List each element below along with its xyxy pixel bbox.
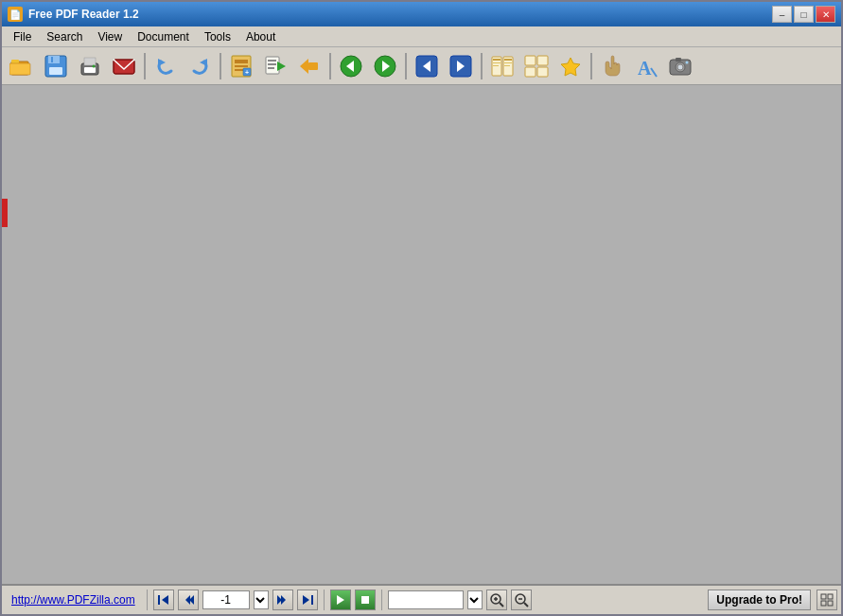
svg-rect-65 [361, 596, 369, 604]
svg-rect-4 [48, 56, 60, 63]
open-button[interactable] [6, 51, 38, 81]
separator-3 [329, 53, 331, 79]
zoom-out-button[interactable] [511, 590, 532, 610]
svg-point-53 [677, 64, 683, 70]
svg-rect-17 [235, 65, 248, 67]
redo-button[interactable] [184, 51, 216, 81]
separator-status-1 [147, 590, 148, 610]
svg-marker-64 [337, 595, 344, 605]
zoom-input[interactable] [388, 590, 464, 609]
title-bar-left: 📄 Free PDF Reader 1.2 [8, 7, 139, 22]
select-text-button[interactable]: A [630, 51, 662, 81]
menu-tools[interactable]: Tools [197, 28, 238, 45]
goto-button[interactable] [259, 51, 291, 81]
separator-status-3 [381, 590, 382, 610]
prev-pages-button[interactable] [178, 590, 199, 610]
menu-view[interactable]: View [90, 28, 130, 45]
svg-rect-39 [504, 59, 512, 61]
svg-rect-5 [49, 67, 62, 75]
separator-6 [590, 53, 592, 79]
menu-search[interactable]: Search [39, 28, 90, 45]
stop-button[interactable] [355, 590, 376, 610]
svg-rect-9 [84, 58, 96, 65]
separator-2 [220, 53, 221, 79]
nav-prev-button[interactable] [411, 51, 443, 81]
page-dropdown[interactable] [254, 590, 269, 609]
menu-document[interactable]: Document [130, 28, 197, 45]
website-link[interactable]: http://www.PDFZilla.com [6, 593, 141, 607]
svg-marker-22 [277, 62, 286, 71]
svg-rect-16 [235, 60, 248, 63]
svg-text:A: A [638, 58, 652, 79]
save-button[interactable] [40, 51, 72, 81]
svg-rect-18 [235, 69, 244, 71]
svg-marker-63 [303, 595, 309, 605]
print-button[interactable] [74, 51, 106, 81]
content-area [2, 85, 841, 584]
svg-rect-38 [493, 59, 501, 61]
svg-rect-24 [268, 63, 276, 65]
svg-point-55 [686, 61, 689, 63]
svg-rect-74 [828, 594, 833, 599]
bookmark-indicator [2, 199, 8, 227]
svg-rect-2 [9, 63, 30, 75]
zoom-dropdown[interactable] [467, 590, 483, 609]
upgrade-button[interactable]: Upgrade to Pro! [708, 590, 811, 610]
svg-marker-26 [300, 59, 308, 74]
status-bar: http://www.PDFZilla.com [2, 584, 841, 614]
page-input[interactable] [202, 590, 250, 609]
svg-rect-54 [676, 58, 681, 62]
separator-5 [481, 53, 483, 79]
svg-marker-48 [561, 58, 580, 76]
window-controls: – □ ✕ [772, 6, 835, 23]
maximize-button[interactable]: □ [794, 6, 814, 23]
menu-bar: File Search View Document Tools About [2, 26, 841, 47]
title-bar: 📄 Free PDF Reader 1.2 – □ ✕ [2, 2, 841, 26]
separator-4 [405, 53, 407, 79]
toolbar: + [2, 47, 841, 85]
svg-rect-76 [828, 601, 833, 606]
fit-page-button[interactable]: + [225, 51, 257, 81]
svg-line-72 [524, 603, 528, 607]
close-button[interactable]: ✕ [816, 6, 835, 23]
svg-rect-46 [525, 67, 536, 77]
svg-rect-43 [504, 65, 510, 66]
svg-marker-14 [200, 59, 207, 66]
app-icon: 📄 [8, 7, 23, 22]
svg-rect-8 [84, 67, 96, 73]
zoom-in-button[interactable] [486, 590, 507, 610]
svg-rect-45 [537, 56, 548, 65]
two-col-button[interactable] [486, 51, 518, 81]
svg-text:+: + [245, 69, 249, 76]
svg-rect-6 [51, 57, 53, 62]
separator-1 [144, 53, 146, 79]
first-page-button[interactable] [153, 590, 174, 610]
multi-page-button[interactable] [520, 51, 553, 81]
minimize-button[interactable]: – [772, 6, 792, 23]
prev-green-button[interactable] [335, 51, 367, 81]
nav-next-button[interactable] [445, 51, 477, 81]
svg-marker-13 [158, 59, 166, 66]
grid-icon[interactable] [817, 590, 837, 610]
menu-file[interactable]: File [6, 28, 39, 45]
svg-rect-40 [493, 62, 501, 63]
play-button[interactable] [330, 590, 351, 610]
svg-rect-44 [525, 56, 536, 65]
undo-button[interactable] [149, 51, 182, 81]
last-page-button[interactable] [297, 590, 318, 610]
next-pages-button[interactable] [272, 590, 293, 610]
svg-rect-75 [821, 601, 826, 606]
main-window: 📄 Free PDF Reader 1.2 – □ ✕ File Search … [0, 0, 843, 616]
svg-point-10 [93, 64, 96, 67]
separator-status-2 [324, 590, 325, 610]
svg-line-69 [500, 603, 503, 607]
svg-rect-25 [268, 67, 274, 69]
svg-rect-73 [821, 594, 826, 599]
next-green-button[interactable] [369, 51, 401, 81]
menu-about[interactable]: About [238, 28, 283, 45]
snapshot-button[interactable] [664, 51, 696, 81]
bookmark-button[interactable] [554, 51, 587, 81]
hand-tool-button[interactable] [596, 51, 628, 81]
email-button[interactable] [108, 51, 140, 81]
back-button[interactable] [293, 51, 325, 81]
